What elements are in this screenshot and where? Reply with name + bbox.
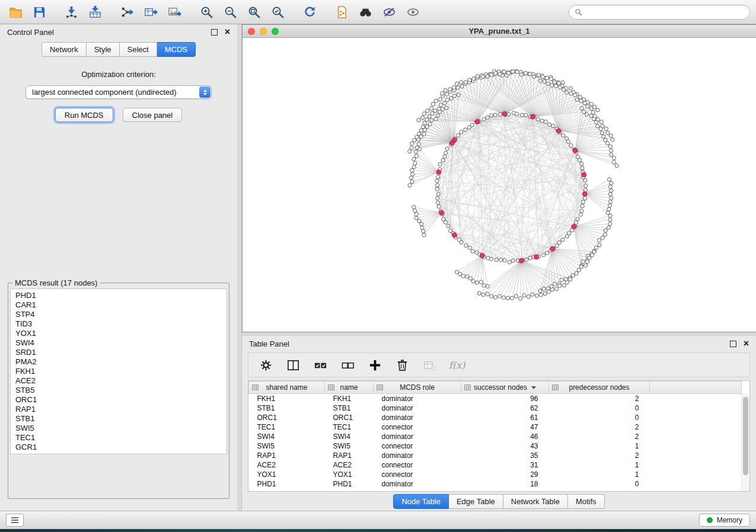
- cell-successor-nodes[interactable]: 61: [461, 413, 549, 422]
- cell-predecessor-nodes[interactable]: 0: [549, 403, 650, 413]
- window-maximize-icon[interactable]: [272, 28, 279, 35]
- cell-predecessor-nodes[interactable]: 0: [549, 479, 650, 489]
- tab-style[interactable]: Style: [87, 42, 120, 57]
- search-box[interactable]: [569, 5, 750, 20]
- cell-MCDS-role[interactable]: connector: [374, 470, 461, 479]
- cell-MCDS-role[interactable]: connector: [374, 422, 461, 432]
- function-builder-icon[interactable]: f(x): [449, 360, 465, 371]
- float-table-panel-icon[interactable]: [730, 341, 736, 347]
- zoom-selected-icon[interactable]: [268, 3, 287, 21]
- cell-successor-nodes[interactable]: 43: [461, 441, 549, 451]
- cell-predecessor-nodes[interactable]: 1: [549, 470, 650, 479]
- table-row[interactable]: PHD1PHD1dominator180: [249, 479, 742, 489]
- export-network-icon[interactable]: [117, 3, 136, 21]
- cell-shared-name[interactable]: RAP1: [249, 451, 325, 460]
- network-canvas[interactable]: [243, 38, 756, 332]
- mcds-result-item[interactable]: GCR1: [15, 443, 222, 452]
- cell-predecessor-nodes[interactable]: 1: [549, 460, 650, 470]
- tab-mcds[interactable]: MCDS: [157, 42, 196, 57]
- cell-MCDS-role[interactable]: connector: [374, 441, 461, 451]
- refresh-view-icon[interactable]: [300, 3, 319, 21]
- mcds-result-list[interactable]: PHD1CAR1STP4TID3YOX1SWI4SRD1PMA2FKH1ACE2…: [10, 289, 227, 454]
- cell-predecessor-nodes[interactable]: 2: [549, 451, 650, 460]
- cell-predecessor-nodes[interactable]: 2: [549, 394, 650, 404]
- cell-name[interactable]: RAP1: [325, 451, 374, 460]
- cell-predecessor-nodes[interactable]: 2: [549, 422, 650, 432]
- mcds-result-item[interactable]: RAP1: [15, 405, 222, 414]
- cell-shared-name[interactable]: STB1: [249, 403, 325, 413]
- mcds-result-item[interactable]: SWI4: [15, 338, 222, 348]
- cell-name[interactable]: TEC1: [325, 422, 374, 432]
- column-layout-icon[interactable]: [285, 357, 301, 373]
- cell-MCDS-role[interactable]: dominator: [374, 394, 461, 404]
- mcds-result-item[interactable]: PHD1: [15, 291, 222, 300]
- mcds-result-item[interactable]: CAR1: [15, 300, 222, 310]
- cell-successor-nodes[interactable]: 46: [461, 432, 549, 441]
- cell-shared-name[interactable]: ORC1: [249, 413, 325, 422]
- close-panel-button[interactable]: Close panel: [123, 108, 183, 122]
- table-row[interactable]: SWI5SWI5connector431: [249, 441, 742, 451]
- cell-MCDS-role[interactable]: dominator: [374, 413, 461, 422]
- cell-name[interactable]: FKH1: [325, 394, 374, 404]
- cell-name[interactable]: SWI4: [325, 432, 374, 441]
- save-session-icon[interactable]: [30, 3, 49, 21]
- mcds-result-item[interactable]: STB5: [15, 386, 222, 395]
- zoom-in-icon[interactable]: [197, 3, 216, 21]
- table-row[interactable]: YOX1YOX1connector291: [249, 470, 742, 479]
- cell-shared-name[interactable]: YOX1: [249, 470, 325, 479]
- cell-shared-name[interactable]: ACE2: [249, 460, 325, 470]
- table-scrollbar[interactable]: [741, 393, 749, 491]
- mcds-result-item[interactable]: STB1: [15, 414, 222, 424]
- column-header-name[interactable]: name: [325, 382, 374, 394]
- mcds-result-item[interactable]: SWI5: [15, 424, 222, 433]
- open-session-icon[interactable]: [6, 3, 25, 21]
- mcds-result-item[interactable]: TID3: [15, 319, 222, 329]
- tab-network-table[interactable]: Network Table: [503, 494, 568, 509]
- float-panel-icon[interactable]: [211, 29, 218, 36]
- cell-successor-nodes[interactable]: 47: [461, 422, 549, 432]
- cell-successor-nodes[interactable]: 18: [461, 479, 549, 489]
- mcds-result-item[interactable]: TEC1: [15, 433, 222, 443]
- network-document-icon[interactable]: [332, 3, 351, 21]
- cell-MCDS-role[interactable]: dominator: [374, 479, 461, 489]
- cell-shared-name[interactable]: TEC1: [249, 422, 325, 432]
- table-row[interactable]: TEC1TEC1connector472: [249, 422, 742, 432]
- zoom-out-icon[interactable]: [221, 3, 240, 21]
- column-header-shared-name[interactable]: shared name: [249, 382, 325, 394]
- hide-graphics-icon[interactable]: [379, 3, 398, 21]
- cell-shared-name[interactable]: PHD1: [249, 479, 325, 489]
- close-panel-icon[interactable]: ×: [225, 28, 230, 36]
- cell-name[interactable]: PHD1: [325, 479, 374, 489]
- table-row[interactable]: STB1STB1dominator620: [249, 403, 742, 413]
- network-graph[interactable]: [243, 38, 756, 332]
- cell-MCDS-role[interactable]: dominator: [374, 432, 461, 441]
- cell-MCDS-role[interactable]: dominator: [374, 451, 461, 460]
- cell-successor-nodes[interactable]: 29: [461, 470, 549, 479]
- cell-name[interactable]: STB1: [325, 403, 374, 413]
- cell-successor-nodes[interactable]: 35: [461, 451, 549, 460]
- cell-shared-name[interactable]: SWI5: [249, 441, 325, 451]
- column-header-predecessor-nodes[interactable]: predecessor nodes: [549, 382, 650, 394]
- table-row[interactable]: RAP1RAP1dominator352: [249, 451, 742, 460]
- zoom-fit-icon[interactable]: [244, 3, 263, 21]
- import-network-icon[interactable]: [62, 3, 81, 21]
- window-close-icon[interactable]: [248, 28, 255, 35]
- close-table-panel-icon[interactable]: ×: [744, 340, 749, 347]
- memory-button[interactable]: Memory: [699, 514, 750, 527]
- show-graphics-icon[interactable]: [403, 3, 422, 21]
- cell-name[interactable]: ORC1: [325, 413, 374, 422]
- table-row[interactable]: SWI4SWI4dominator462: [249, 432, 742, 441]
- column-header-MCDS-role[interactable]: MCDS role: [374, 382, 461, 394]
- export-table-icon[interactable]: [141, 3, 160, 21]
- optimization-criterion-select[interactable]: largest connected component (undirected): [25, 85, 212, 99]
- mcds-result-item[interactable]: SRD1: [15, 348, 222, 357]
- run-mcds-button[interactable]: Run MCDS: [55, 108, 113, 122]
- cell-shared-name[interactable]: SWI4: [249, 432, 325, 441]
- cell-successor-nodes[interactable]: 96: [461, 394, 549, 404]
- table-scrollbar-thumb[interactable]: [743, 397, 748, 475]
- mcds-result-item[interactable]: FKH1: [15, 367, 222, 376]
- mcds-result-item[interactable]: ACE2: [15, 376, 222, 386]
- tab-select[interactable]: Select: [120, 42, 157, 57]
- tab-edge-table[interactable]: Edge Table: [449, 494, 503, 509]
- mcds-result-item[interactable]: YOX1: [15, 329, 222, 338]
